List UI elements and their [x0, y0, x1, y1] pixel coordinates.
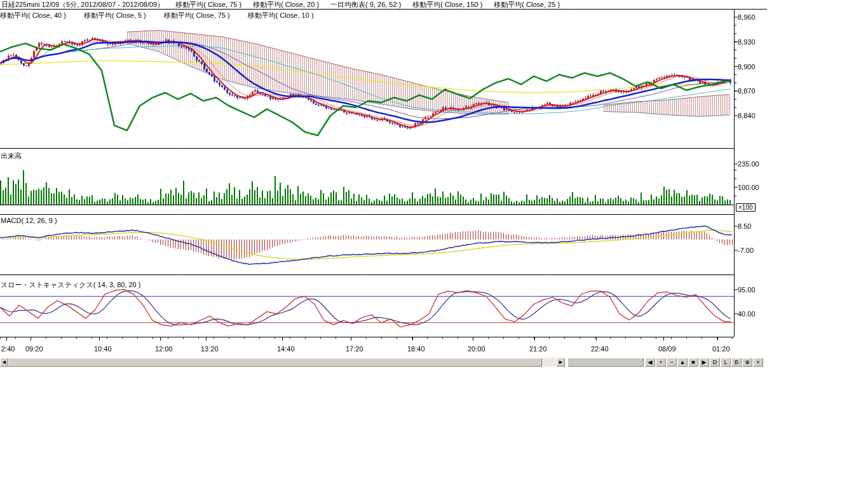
toolbar-button-B[interactable]: B: [731, 358, 742, 367]
axis-tick-label: 8,960: [738, 13, 756, 21]
indicator-label-ma25: 移動平均( Close, 25 ): [494, 1, 560, 9]
time-tick-label: 22:40: [591, 345, 609, 353]
stoch-panel-label: スロー・ストキャスティクス( 14, 3, 80, 20 ): [1, 281, 140, 288]
axis-tick-label: 40.00: [738, 310, 756, 318]
axis-tick-label: 8.50: [738, 222, 751, 230]
toolbar-button-■[interactable]: ■: [688, 358, 698, 367]
chart-toolbar: ◀+−▲■▶DLB⊕×: [645, 358, 763, 367]
volume-panel-label: 出来高: [1, 152, 22, 159]
toolbar-button-⊕[interactable]: ⊕: [742, 358, 752, 367]
axis-tick-label: 8,930: [738, 38, 756, 46]
toolbar-button-×[interactable]: ×: [753, 358, 763, 367]
time-tick-label: 12:00: [155, 345, 173, 353]
time-tick-label: 13:20: [201, 345, 219, 353]
indicator-label-ma75b: 移動平均( Close, 75 ): [164, 11, 230, 20]
time-tick-label: 14:40: [277, 345, 295, 353]
indicator-label-ma10: 移動平均( Close, 10 ): [248, 11, 314, 20]
axis-tick-label: -7.00: [738, 247, 754, 254]
chart-canvas[interactable]: [0, 0, 769, 357]
scroll-left-button[interactable]: ◀: [0, 358, 8, 367]
bottom-scrollbar-row: ◀ ▶ ◀+−▲■▶DLB⊕×: [0, 358, 767, 367]
scrollbar-secondary-pane[interactable]: [567, 358, 644, 367]
axis-tick-label: 100.00: [738, 184, 759, 191]
axis-tick-label: 235.00: [738, 160, 759, 168]
time-tick-label: 10:40: [94, 345, 112, 353]
time-tick-label: 08/09: [658, 345, 676, 353]
volume-multiplier-badge: ×100: [736, 203, 756, 212]
toolbar-button-+[interactable]: +: [656, 358, 666, 367]
toolbar-button-◀[interactable]: ◀: [645, 358, 655, 367]
time-tick-label: 21:20: [529, 345, 547, 353]
scroll-right-button[interactable]: ▶: [557, 358, 565, 367]
axis-tick-label: 8,900: [738, 63, 756, 71]
time-tick-label: 18:40: [407, 345, 425, 353]
time-tick-label: 2:40: [1, 345, 15, 353]
toolbar-button-L[interactable]: L: [721, 358, 731, 367]
toolbar-button-▲[interactable]: ▲: [677, 358, 688, 367]
time-tick-label: 20:00: [468, 345, 485, 353]
time-tick-label: 01:20: [712, 345, 730, 353]
time-tick-label: 17:20: [346, 345, 363, 353]
chart-header-line2: 移動平均( Close, 40 ) 移動平均( Close, 5 ) 移動平均(…: [0, 11, 314, 20]
time-tick-label: 09:20: [25, 345, 43, 353]
scrollbar-thumb[interactable]: [8, 358, 542, 367]
toolbar-button-D[interactable]: D: [710, 358, 720, 367]
toolbar-button-−[interactable]: −: [667, 358, 677, 367]
indicator-label-ma40: 移動平均( Close, 40 ): [0, 11, 66, 20]
scrollbar-track[interactable]: [8, 358, 557, 367]
chart-header-line1: 日経225mini 12/09（5分, 2012/08/07 - 2012/08…: [1, 1, 560, 9]
indicator-label-ma20: 移動平均( Close, 20 ): [253, 1, 319, 9]
axis-tick-label: 8,870: [738, 87, 756, 95]
indicator-label-ma5: 移動平均( Close, 5 ): [84, 11, 146, 20]
instrument-title: 日経225mini 12/09（5分, 2012/08/07 - 2012/08…: [1, 1, 164, 9]
indicator-label-ichimoku: 一目均衡表( 9, 26, 52 ): [330, 1, 401, 9]
macd-panel-label: MACD( 12, 26, 9 ): [1, 217, 57, 224]
axis-tick-label: 8,840: [738, 112, 756, 119]
indicator-label-ma150: 移動平均( Close, 150 ): [412, 1, 482, 9]
trading-chart-window: 日経225mini 12/09（5分, 2012/08/07 - 2012/08…: [0, 0, 868, 488]
axis-tick-label: 95.00: [738, 286, 756, 294]
toolbar-button-▶[interactable]: ▶: [699, 358, 709, 367]
indicator-label-ma75: 移動平均( Close, 75 ): [175, 1, 241, 9]
